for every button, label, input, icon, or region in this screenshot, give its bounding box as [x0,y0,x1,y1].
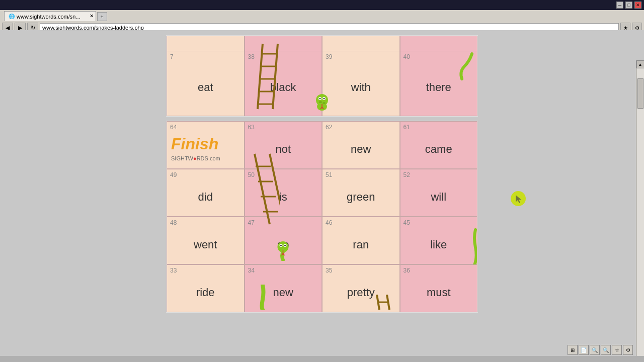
cell-36: 36 must [400,264,478,312]
ladder-bottom [374,295,394,312]
cell-36-num: 36 [404,267,410,274]
cell-63-num: 63 [248,124,255,131]
board-row-4: 33 ride 34 new 35 pretty [167,264,477,312]
svg-point-11 [319,98,321,100]
cell-51: 51 green [322,169,400,217]
bottom-toolbar: ⊞ 📄 🔍 🔍 ☆ ⚙ [567,344,634,356]
cell-64: 64 Finish SIGHTW●RDS.com [167,121,245,169]
cell-33: 33 ride [167,264,245,312]
cell-49-num: 49 [170,171,177,178]
cell-52-num: 52 [404,171,410,178]
page-wrapper: 7 eat 38 black [166,35,478,317]
cell-52: 52 will [400,169,478,217]
minimize-button[interactable]: ─ [616,2,623,9]
title-bar: ─ □ ✕ [0,0,644,10]
cell-7: 7 eat [167,51,245,116]
close-button[interactable]: ✕ [634,2,641,9]
tools-toolbar-button[interactable]: ⚙ [623,345,633,355]
cell-38-num: 38 [248,53,255,60]
svg-point-12 [324,98,325,100]
board-row-2: 49 did 50 is 51 green 52 will [167,169,477,217]
svg-point-27 [280,245,282,246]
cell-48-num: 48 [170,219,177,226]
cell-40: 40 there [400,51,478,116]
cell-61: 61 came [400,121,478,169]
ladder-svg-main [245,151,280,227]
cell-35-num: 35 [326,267,332,274]
board-row-1: 64 Finish SIGHTW●RDS.com 63 not 62 [167,121,477,169]
zoom-in-button[interactable]: 🔍 [601,345,611,355]
browser-tab[interactable]: 🌐 www.sightwords.com/sn... ✕ [4,11,96,21]
snake-body-right [469,227,477,264]
svg-point-16 [319,101,322,103]
cell-61-num: 61 [404,124,410,131]
bottom-board-section: 64 Finish SIGHTW●RDS.com 63 not 62 [166,121,478,313]
scroll-track[interactable] [637,68,644,356]
snake-character-top [309,89,335,114]
cell-62-num: 62 [326,124,332,131]
logo-dot: ● [193,155,197,161]
cell-39-word: with [326,61,396,114]
snake-body-bottom [255,285,270,312]
cell-51-word: green [326,179,396,214]
cell-35: 35 pretty [322,264,400,312]
page-view-button[interactable]: ⊞ [568,345,578,355]
cell-48-word: went [170,227,241,262]
snake-tail-svg [452,51,477,81]
ladder-svg-top [255,39,285,114]
cell-49: 49 did [167,169,245,217]
tab-close-button[interactable]: ✕ [90,13,94,19]
cell-45: 45 like [400,217,478,264]
tab-bar: 🌐 www.sightwords.com/sn... ✕ + [0,10,644,21]
svg-line-18 [255,154,270,224]
mouse-cursor [511,191,526,206]
cell-33-num: 33 [170,267,177,274]
svg-point-28 [284,245,286,246]
tab-label: www.sightwords.com/sn... [17,14,80,20]
snake-character-mid [272,236,294,263]
cell-34: 34 new [245,264,323,312]
new-tab-button[interactable]: + [97,12,107,21]
favorites-toolbar-button[interactable]: ☆ [612,345,622,355]
scrollbar[interactable]: ▲ ▼ [636,60,644,356]
top-board-section: 7 eat 38 black [166,35,478,117]
cell-62-word: new [326,132,396,166]
sightwords-logo: SIGHTW●RDS.com [171,155,220,161]
board-row-3: 48 went 47 so [167,217,477,264]
scroll-up-button[interactable]: ▲ [636,60,645,68]
cell-7-word: eat [170,61,241,114]
cell-61-word: came [404,132,474,166]
finish-label: Finish [171,135,220,153]
cell-7-num: 7 [170,53,174,60]
cell-46: 46 ran [322,217,400,264]
cell-46-num: 46 [326,219,332,226]
cell-51-num: 51 [326,171,332,178]
content-area: 7 eat 38 black [0,30,644,356]
cell-49-word: did [170,179,241,214]
cell-39-num: 39 [326,53,332,60]
reading-view-button[interactable]: 📄 [579,345,589,355]
svg-point-17 [323,102,326,104]
cell-33-word: ride [170,275,241,310]
cell-62: 62 new [322,121,400,169]
cell-40-num: 40 [404,53,410,60]
zoom-out-button[interactable]: 🔍 [590,345,600,355]
cell-64-num: 64 [170,124,177,131]
cell-34-num: 34 [248,267,255,274]
cell-52-word: will [404,179,474,214]
cell-45-num: 45 [404,219,410,226]
cell-46-word: ran [326,227,396,262]
maximize-button[interactable]: □ [625,2,632,9]
scroll-thumb[interactable] [637,78,643,109]
svg-line-19 [270,154,280,224]
cell-48: 48 went [167,217,245,264]
cell-36-word: must [404,275,474,310]
cell-45-word: like [404,227,474,262]
